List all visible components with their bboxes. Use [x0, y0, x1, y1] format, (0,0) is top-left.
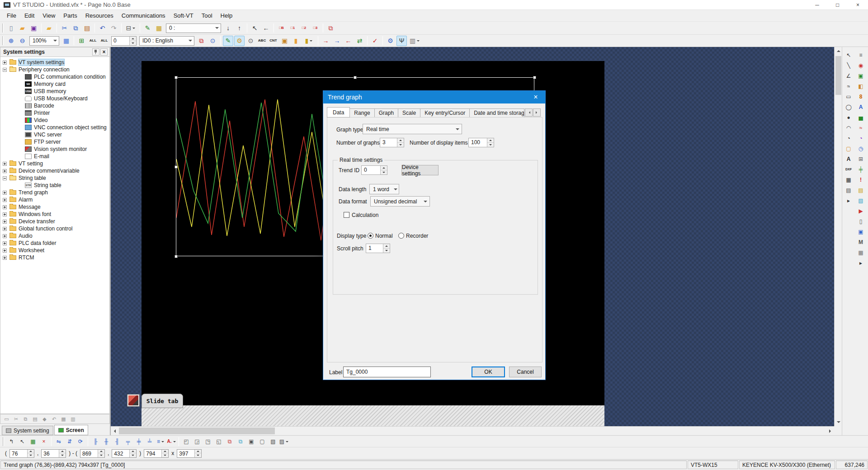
text-display-part[interactable]: A: [856, 102, 866, 112]
list-small-button[interactable]: ▥: [69, 415, 77, 423]
tree-item[interactable]: Global function control: [0, 225, 76, 232]
text-list-button[interactable]: ABC: [257, 36, 267, 46]
tree-expander-icon[interactable]: [3, 61, 7, 65]
spinner-up-button[interactable]: [383, 244, 390, 249]
menu-item[interactable]: Soft-VT: [170, 10, 198, 21]
spinner-up-button[interactable]: [59, 450, 66, 453]
select-tool[interactable]: ↖: [844, 50, 854, 60]
page-select-combo[interactable]: 0 :: [166, 24, 221, 33]
device-settings-button[interactable]: Device settings: [401, 165, 439, 175]
parts-list-button[interactable]: ≡: [856, 50, 866, 60]
polyline-tool[interactable]: ∠: [844, 71, 854, 80]
text-tool[interactable]: A: [844, 154, 854, 164]
snap-button[interactable]: ⊞: [76, 36, 87, 46]
alarm-part[interactable]: !: [856, 175, 866, 184]
trend-graph-part[interactable]: ≈: [856, 123, 866, 132]
tab-system-setting[interactable]: System setting: [2, 426, 53, 435]
undo-button[interactable]: ↶: [97, 23, 108, 33]
zoom-level-combo[interactable]: 100%: [29, 36, 59, 46]
grid-settings-button[interactable]: ▦: [28, 437, 38, 446]
undo-move-button[interactable]: ↰: [6, 437, 16, 446]
display-type-recorder-radio[interactable]: [398, 233, 404, 239]
tab-scroll-right-icon[interactable]: [533, 108, 541, 117]
keypad-part[interactable]: ⊞: [856, 154, 866, 164]
rect-tool[interactable]: ▭: [844, 92, 854, 101]
tree-expander-icon[interactable]: [3, 249, 7, 253]
macro-part[interactable]: M: [856, 237, 866, 247]
tree-item[interactable]: SD Memory card: [0, 80, 69, 88]
operation-check-button[interactable]: ⚙: [234, 36, 245, 46]
cut-button[interactable]: ✂: [59, 23, 70, 33]
align-right-button[interactable]: ╢: [112, 437, 122, 446]
y1-spinner[interactable]: 36: [41, 449, 66, 458]
tree-item[interactable]: PLC communication condition: [0, 73, 109, 80]
spinner-up-button[interactable]: [381, 166, 387, 170]
toolbar-grip[interactable]: [3, 437, 4, 446]
tree-item[interactable]: Barcode: [0, 102, 58, 109]
style-button[interactable]: ▨: [279, 437, 289, 446]
display-order-base-button[interactable]: □B: [276, 23, 287, 33]
spinner-up-button[interactable]: [28, 450, 34, 453]
device-part[interactable]: ▦: [856, 248, 866, 257]
tree-expander-icon[interactable]: [3, 191, 7, 195]
menu-item[interactable]: Help: [217, 10, 237, 21]
bring-to-front-button[interactable]: ◰: [181, 437, 191, 446]
spinner-down-button[interactable]: [195, 453, 201, 457]
tab-key-entry-cursor[interactable]: Key entry/Cursor: [420, 108, 470, 118]
jump-up-button[interactable]: ↑: [234, 23, 245, 33]
back-button[interactable]: ←: [261, 23, 271, 33]
group-button[interactable]: ⧉: [225, 437, 235, 446]
transfer-monitor-button[interactable]: →: [332, 36, 342, 46]
tree-item[interactable]: STR String table: [0, 182, 65, 189]
print-button[interactable]: ⊟: [124, 23, 137, 33]
clock-part[interactable]: ◷: [856, 144, 866, 153]
language-combo[interactable]: ID0 : English: [139, 36, 194, 46]
menu-item[interactable]: Parts: [59, 10, 81, 21]
arc-tool[interactable]: ◠: [844, 123, 854, 132]
hatch-button[interactable]: ▧: [268, 437, 278, 446]
dialog-titlebar[interactable]: Trend graph ×: [323, 91, 545, 103]
slide-tab-thumbnail[interactable]: [127, 395, 139, 406]
label-input[interactable]: Tg_0000: [343, 367, 431, 377]
close-panel-button[interactable]: ×: [100, 48, 108, 56]
select-mode-button[interactable]: ↖: [17, 437, 27, 446]
select-frame-button[interactable]: ▭: [2, 415, 11, 423]
menu-item[interactable]: Edit: [20, 10, 38, 21]
align-center-button[interactable]: ╫: [101, 437, 111, 446]
tree-item[interactable]: Alarm: [0, 196, 36, 203]
grid-display-button[interactable]: ▦: [61, 36, 71, 46]
keypad-register-button[interactable]: ▦: [154, 23, 164, 33]
flip-horizontal-button[interactable]: ⇋: [54, 437, 64, 446]
toolbar-grip[interactable]: [2, 36, 4, 45]
selector-part[interactable]: ◧: [856, 81, 866, 91]
height-spinner[interactable]: 397: [177, 449, 202, 458]
switch-part[interactable]: ▣: [856, 71, 866, 80]
bring-forward-button[interactable]: ◳: [203, 437, 213, 446]
menu-item[interactable]: File: [3, 10, 20, 21]
maximize-icon[interactable]: □: [827, 0, 848, 10]
menu-item[interactable]: Resources: [81, 10, 118, 21]
spinner-down-button[interactable]: [487, 143, 494, 147]
scroll-left-icon[interactable]: [111, 427, 118, 435]
spinner-up-button[interactable]: [487, 138, 494, 143]
new-file-button[interactable]: ▯: [6, 23, 16, 33]
edit-mode-button[interactable]: ✎: [223, 36, 233, 46]
spinner-down-button[interactable]: [397, 143, 404, 147]
equal-spacing-button[interactable]: ≡: [156, 437, 165, 446]
video-part[interactable]: ▶: [856, 206, 866, 216]
tab-range[interactable]: Range: [350, 108, 374, 118]
bar-graph-part[interactable]: ▅: [856, 113, 866, 122]
selection-handle[interactable]: [175, 76, 178, 79]
spinner-up-button[interactable]: [195, 450, 201, 453]
tree-item[interactable]: Video: [0, 117, 51, 124]
selection-handle[interactable]: [175, 255, 178, 258]
tree-expander-icon[interactable]: [3, 176, 7, 180]
lamp-part[interactable]: ◉: [856, 61, 866, 70]
edit-screen-button[interactable]: ✎: [142, 23, 153, 33]
slider-part[interactable]: ╪: [856, 164, 866, 174]
tree-item[interactable]: Worksheet: [0, 247, 48, 254]
image-tool[interactable]: ▤: [844, 185, 854, 195]
trend-id-spinner[interactable]: 0: [361, 165, 387, 175]
all-screens-button[interactable]: ALL: [88, 36, 98, 46]
tree-expander-icon[interactable]: [3, 212, 7, 216]
